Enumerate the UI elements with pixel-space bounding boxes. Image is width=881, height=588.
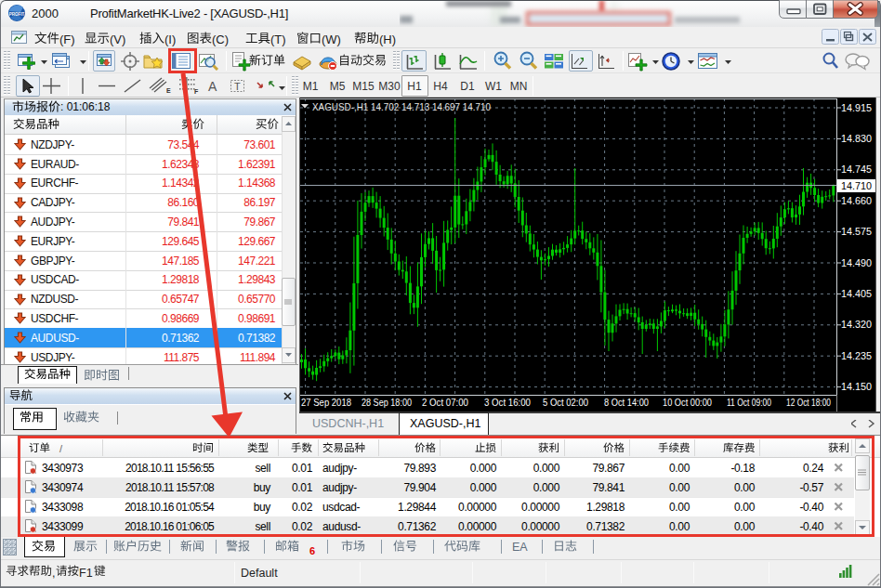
svg-text:14.660: 14.660 xyxy=(841,195,872,206)
svg-text:14.575: 14.575 xyxy=(841,226,872,237)
svg-text:11 Oct 09:00: 11 Oct 09:00 xyxy=(727,397,771,408)
svg-text:28 Sep 18:00: 28 Sep 18:00 xyxy=(362,397,412,408)
svg-text:12 Oct 18:00: 12 Oct 18:00 xyxy=(786,397,831,408)
svg-text:10 Oct 00:00: 10 Oct 00:00 xyxy=(663,397,712,408)
svg-text:14.745: 14.745 xyxy=(841,163,872,175)
svg-text:27 Sep 2018: 27 Sep 2018 xyxy=(301,397,351,408)
svg-text:14.405: 14.405 xyxy=(841,288,872,299)
svg-text:5 Oct 02:00: 5 Oct 02:00 xyxy=(543,397,588,408)
svg-text:XAGUSD-,H1 14.702 14.713 14.69: XAGUSD-,H1 14.702 14.713 14.697 14.710 xyxy=(312,101,491,112)
svg-text:14.320: 14.320 xyxy=(841,319,872,330)
svg-text:3 Oct 16:00: 3 Oct 16:00 xyxy=(484,397,531,408)
svg-text:8 Oct 14:00: 8 Oct 14:00 xyxy=(604,397,649,408)
svg-text:14.710: 14.710 xyxy=(841,180,872,191)
svg-text:2 Oct 07:00: 2 Oct 07:00 xyxy=(422,397,468,408)
svg-text:14.235: 14.235 xyxy=(841,350,872,361)
svg-text:14.490: 14.490 xyxy=(841,257,872,268)
svg-text:14.915: 14.915 xyxy=(841,102,872,113)
svg-text:14.830: 14.830 xyxy=(841,133,872,144)
svg-text:14.150: 14.150 xyxy=(841,381,872,392)
